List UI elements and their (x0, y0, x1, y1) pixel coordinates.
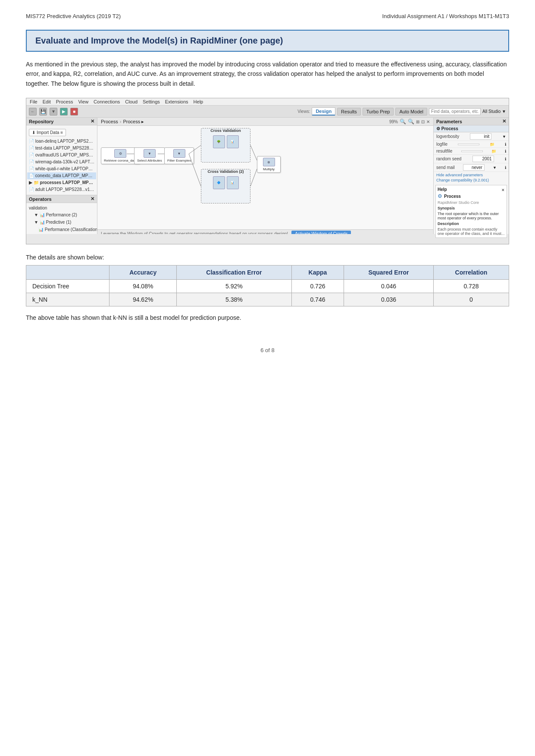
cv-inner-2: 🔷 📊 (213, 176, 239, 189)
zoom-icon-1[interactable]: 🔍 (400, 119, 406, 125)
randomseed-info[interactable]: ℹ (505, 157, 506, 161)
parameters-close-icon[interactable]: ✕ (502, 119, 506, 124)
param-logverbosity: logverbosity init ▼ (434, 132, 509, 141)
menu-cloud[interactable]: Cloud (125, 99, 138, 104)
resultfile-info[interactable]: ℹ (505, 149, 506, 153)
close-canvas-icon[interactable]: ✕ (426, 119, 430, 124)
table-row: Decision Tree 94.08% 5.92% 0.726 0.046 0… (26, 280, 509, 293)
operators-title: Operators (29, 197, 52, 202)
logverbosity-value[interactable]: init (470, 133, 491, 140)
sendmail-value[interactable]: never (463, 164, 485, 171)
sendmail-info[interactable]: ℹ (505, 166, 506, 170)
node-select-attrs[interactable]: ▼ Select Attributes (134, 147, 165, 164)
help-header: Help ✕ (438, 187, 505, 193)
menu-process[interactable]: Process (56, 99, 73, 104)
logfile-value[interactable] (458, 144, 479, 145)
select-attrs-icon: ▼ (144, 149, 156, 158)
help-synopsis: The root operator which is the outer mos… (438, 212, 505, 220)
op-performance-2[interactable]: ▼ 📊 Performance (2) (27, 211, 96, 219)
row-1-squared-error: 0.036 (344, 293, 434, 306)
resultfile-browse[interactable]: 📁 (491, 149, 496, 153)
op-predictive-1[interactable]: ▼ 📊 Predictive (1) (27, 219, 96, 226)
menu-connections[interactable]: Connections (94, 99, 120, 104)
op-performance-classification[interactable]: 📊 Performance (Classification) (27, 226, 96, 233)
menu-extensions[interactable]: Extensions (165, 99, 188, 104)
cv-label-1: Cross Validation (210, 128, 241, 133)
process-canvas: Process › Process ▸ 99% 🔍 🔍 ⊞ ⊡ ✕ Cross … (97, 118, 433, 234)
row-0-class-error: 5.92% (176, 280, 291, 293)
left-panels: Repository ✕ ⬇ Import Data ≡ 📄 loan-deli… (26, 118, 97, 234)
help-box: Help ✕ ⚙ Process RapidMiner Studio Core … (435, 185, 507, 238)
logverbosity-label: logverbosity (436, 134, 459, 139)
menu-edit[interactable]: Edit (43, 99, 51, 104)
cv-inner-1: 🌳 📊 (213, 135, 239, 148)
col-header-kappa: Kappa (291, 266, 344, 280)
tab-turboprep[interactable]: Turbo Prep (363, 108, 394, 116)
col-header-correlation: Correlation (433, 266, 509, 280)
import-data-button[interactable]: ⬇ Import Data ≡ (29, 129, 66, 136)
search-input[interactable] (429, 108, 481, 115)
resultfile-value[interactable] (461, 150, 483, 152)
tab-automodel[interactable]: Auto Model (395, 108, 427, 116)
help-process-row: ⚙ Process (438, 193, 505, 199)
node-filter[interactable]: ▼ Filter Examples (164, 147, 194, 164)
toolbar-run[interactable]: ▶ (60, 108, 68, 116)
menu-help[interactable]: Help (194, 99, 203, 104)
resultfile-label: resultfile (436, 149, 452, 153)
param-sendmail: send mail never ▼ ℹ (434, 163, 509, 172)
repo-item-3[interactable]: 📄 wiremag-data-130k-v2 LAPTOP_MPS228... (27, 159, 96, 166)
op-performance[interactable]: 📊 Performance (27, 233, 96, 234)
close-icon[interactable]: ✕ (91, 119, 94, 124)
zoom-icon-3[interactable]: ⊞ (416, 119, 419, 124)
results-table: Accuracy Classification Error Kappa Squa… (26, 265, 509, 306)
help-provider: RapidMiner Studio Core (438, 200, 505, 205)
tab-results[interactable]: Results (337, 108, 361, 116)
menu-view[interactable]: View (78, 99, 88, 104)
operators-close-icon[interactable]: ✕ (91, 196, 94, 202)
help-close-icon[interactable]: ✕ (501, 188, 505, 192)
tab-design[interactable]: Design (312, 107, 335, 116)
activate-wisdom-button[interactable]: Activate Wisdom of Crowds (291, 231, 351, 234)
sendmail-dropdown[interactable]: ▼ (493, 166, 497, 170)
page-header: MIS772 Predictive Analytics (2019 T2) In… (26, 13, 509, 19)
zoom-icon-2[interactable]: 🔍 (408, 119, 414, 125)
toolbar-back[interactable]: ← (29, 108, 37, 116)
logfile-info[interactable]: ℹ (505, 142, 506, 147)
sendmail-label: send mail (436, 165, 455, 170)
randomseed-label: random seed (436, 156, 461, 161)
assignment-info: Individual Assignment A1 / Workshops M1T… (382, 13, 509, 19)
menu-settings[interactable]: Settings (143, 99, 160, 104)
menu-bar: File Edit Process View Connections Cloud… (26, 98, 509, 106)
repository-title: Repository (29, 119, 53, 124)
svg-line-5 (250, 169, 257, 186)
zoom-icon-4[interactable]: ⊡ (421, 119, 425, 124)
repo-item-0[interactable]: 📄 loan-delinq LAPTOP_MPS228..v1, 10:15 (27, 138, 96, 145)
process-path: Process ▸ (123, 119, 144, 125)
toolbar-dropdown[interactable]: ▼ (50, 108, 57, 116)
retrieve-label: Retrieve corona_data (104, 159, 137, 162)
logverbosity-dropdown[interactable]: ▼ (502, 134, 506, 139)
repo-item-7[interactable]: 📄 adult LAPTOP_MPS228...v1, V25:18:12:44… (27, 186, 96, 193)
import-dropdown-icon[interactable]: ≡ (60, 130, 63, 135)
hide-advanced-link[interactable]: Hide advanced parameters (436, 173, 506, 177)
section-title: Evaluate and Improve the Model(s) in Rap… (26, 30, 509, 52)
toolbar-save[interactable]: 💾 (39, 108, 47, 116)
repo-item-1[interactable]: 📄 test-data LAPTOP_MPS228..v1, 5:07:19 4 (27, 145, 96, 152)
randomseed-value[interactable]: 2001 (472, 156, 494, 162)
row-0-squared-error: 0.046 (344, 280, 434, 293)
cv-box-1: Cross Validation 🌳 📊 (201, 128, 250, 162)
repo-item-6[interactable]: ▶ 📁 processes LAPTOP_MPS228 (27, 179, 96, 186)
repo-item-4[interactable]: 📄 white-quali-r-white LAPTOP_MPS228..v1 (27, 166, 96, 172)
change-compatibility-link[interactable]: Change compatibility (9.2.001) (436, 178, 506, 182)
repo-item-5[interactable]: 📄 conexto_data LAPTOP_MPS228...v3, 374 (27, 172, 96, 179)
logfile-browse[interactable]: 📁 (490, 142, 494, 147)
row-0-correlation: 0.728 (433, 280, 509, 293)
toolbar-stop[interactable]: ■ (70, 108, 78, 116)
repo-item-2[interactable]: 📄 ovalfraudUS LAPTOP_MPS228..v1, 8:03 (27, 152, 96, 159)
intro-text: As mentioned in the previous step, the a… (26, 59, 509, 88)
help-title: Help (438, 187, 447, 192)
node-multiply[interactable]: ⊗ Multiply (257, 156, 281, 173)
row-0-accuracy: 94.08% (110, 280, 176, 293)
row-1-class-error: 5.38% (176, 293, 291, 306)
menu-file[interactable]: File (30, 99, 38, 104)
